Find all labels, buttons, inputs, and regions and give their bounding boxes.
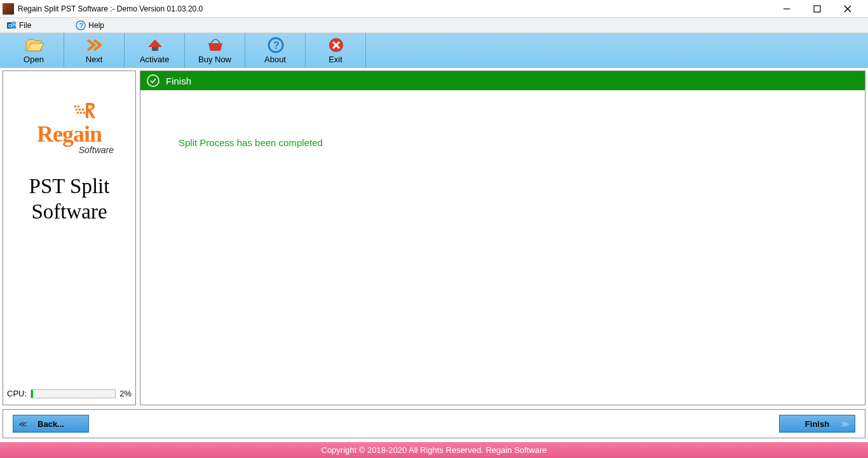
maximize-button[interactable] bbox=[804, 1, 830, 17]
next-arrow-icon bbox=[85, 37, 103, 53]
checkmark-icon bbox=[147, 74, 159, 87]
footer: Copyright © 2018-2020 All Rights Reserve… bbox=[0, 442, 868, 458]
svg-rect-1 bbox=[814, 6, 820, 12]
svg-rect-10 bbox=[152, 47, 158, 51]
finish-header-bar: Finish bbox=[140, 71, 865, 90]
finish-button[interactable]: Finish ≫ bbox=[779, 415, 855, 433]
result-area: Split Process has been completed bbox=[140, 90, 865, 405]
exit-icon bbox=[327, 37, 344, 53]
finish-label: Finish bbox=[805, 419, 829, 429]
about-label: About bbox=[264, 55, 286, 64]
maximize-icon bbox=[813, 5, 821, 13]
activate-label: Activate bbox=[140, 55, 169, 64]
close-button[interactable] bbox=[835, 1, 860, 17]
activate-icon bbox=[146, 37, 163, 53]
brand-name: Regain bbox=[7, 121, 132, 147]
app-icon bbox=[3, 3, 14, 15]
buy-now-button[interactable]: Buy Now bbox=[185, 33, 245, 68]
svg-text:O: O bbox=[8, 23, 12, 29]
next-label: Next bbox=[86, 55, 103, 64]
svg-rect-20 bbox=[82, 109, 84, 111]
window-title: Regain Split PST Software :- Demo Versio… bbox=[18, 4, 203, 13]
main-panel: Finish Split Process has been completed bbox=[140, 71, 865, 405]
titlebar: Regain Split PST Software :- Demo Versio… bbox=[0, 0, 868, 18]
menu-help-label: Help bbox=[88, 21, 104, 30]
svg-rect-23 bbox=[83, 112, 85, 114]
brand-logo: Regain Software PST Split Software bbox=[7, 102, 132, 224]
minimize-button[interactable] bbox=[774, 1, 799, 17]
chevron-right-icon: ≫ bbox=[841, 419, 850, 429]
window-controls bbox=[774, 1, 865, 17]
help-icon: ? bbox=[76, 20, 86, 30]
exit-button[interactable]: Exit bbox=[306, 33, 366, 68]
regain-r-icon bbox=[73, 102, 101, 119]
svg-rect-17 bbox=[78, 105, 79, 107]
product-name: PST Split Software bbox=[7, 174, 132, 224]
open-label: Open bbox=[24, 55, 44, 64]
content-row: Regain Software PST Split Software CPU: … bbox=[3, 71, 865, 405]
svg-text:?: ? bbox=[273, 40, 280, 51]
cpu-progress-bar bbox=[31, 389, 116, 398]
cpu-usage: CPU: 2% bbox=[7, 389, 132, 398]
menu-help[interactable]: ? Help bbox=[76, 20, 104, 30]
back-button[interactable]: ≪ Back... bbox=[13, 415, 89, 433]
activate-button[interactable]: Activate bbox=[125, 33, 185, 68]
cpu-percent: 2% bbox=[119, 389, 132, 398]
svg-rect-19 bbox=[79, 109, 81, 111]
chevron-left-icon: ≪ bbox=[18, 419, 27, 429]
menubar: O File ? Help bbox=[0, 18, 868, 33]
cpu-label: CPU: bbox=[7, 389, 27, 398]
svg-rect-22 bbox=[80, 112, 82, 114]
sidebar: Regain Software PST Split Software CPU: … bbox=[3, 71, 136, 405]
menu-file[interactable]: O File bbox=[6, 20, 31, 30]
svg-rect-18 bbox=[76, 109, 78, 111]
svg-rect-16 bbox=[74, 105, 76, 107]
info-icon: ? bbox=[266, 37, 284, 53]
toolbar: Open Next Activate Buy Now ? About Exit bbox=[0, 33, 868, 68]
about-button[interactable]: ? About bbox=[245, 33, 306, 68]
menu-file-label: File bbox=[19, 21, 31, 30]
folder-open-icon bbox=[25, 37, 43, 53]
buy-now-label: Buy Now bbox=[198, 55, 231, 64]
open-button[interactable]: Open bbox=[4, 33, 64, 68]
finish-header-text: Finish bbox=[166, 76, 191, 86]
result-message: Split Process has been completed bbox=[179, 137, 865, 148]
back-label: Back... bbox=[37, 419, 64, 429]
exit-label: Exit bbox=[329, 55, 342, 64]
outlook-icon: O bbox=[6, 20, 17, 30]
minimize-icon bbox=[783, 5, 790, 13]
cpu-progress-fill bbox=[31, 390, 33, 398]
nav-row: ≪ Back... Finish ≫ bbox=[3, 409, 865, 438]
close-icon bbox=[843, 4, 852, 13]
next-button[interactable]: Next bbox=[64, 33, 125, 68]
svg-rect-21 bbox=[77, 112, 79, 114]
shopping-basket-icon bbox=[206, 37, 224, 53]
copyright-text: Copyright © 2018-2020 All Rights Reserve… bbox=[322, 445, 547, 455]
svg-text:?: ? bbox=[79, 22, 84, 29]
